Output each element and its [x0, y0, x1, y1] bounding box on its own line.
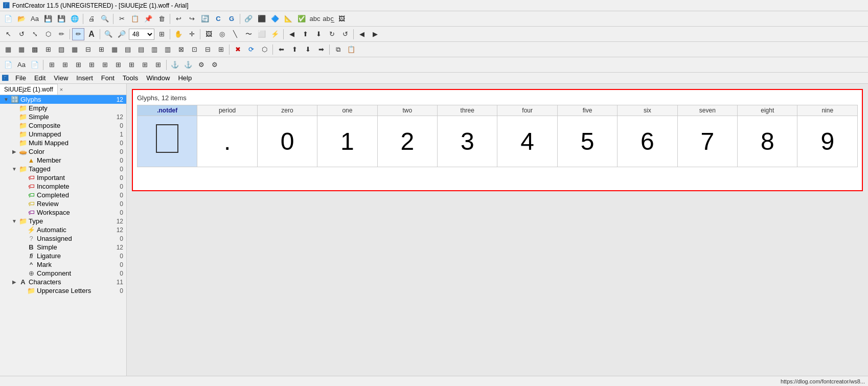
- free-btn[interactable]: ✏: [55, 28, 67, 40]
- find-btn[interactable]: 🔍: [99, 13, 111, 25]
- tree-node-simple[interactable]: 📁 Simple 12: [0, 112, 126, 121]
- curve-btn[interactable]: 〜: [242, 28, 255, 40]
- save-btn[interactable]: 💾: [42, 13, 54, 25]
- image-btn[interactable]: 🖼: [202, 28, 215, 40]
- glyph-header-four[interactable]: four: [497, 105, 557, 116]
- glyph-cell-zero[interactable]: 0: [257, 116, 317, 167]
- glyph-header-five[interactable]: five: [557, 105, 617, 116]
- hinting-btn[interactable]: 📐: [282, 13, 294, 25]
- grid1-btn[interactable]: ▦: [2, 43, 14, 56]
- new-btn[interactable]: 📄: [2, 13, 14, 25]
- fitpage-btn[interactable]: ⊞: [155, 28, 168, 40]
- tree-node-empty[interactable]: 📁 Empty: [0, 104, 126, 112]
- redo-btn[interactable]: ↪: [186, 13, 198, 25]
- tree-node-color[interactable]: ▶ 🥧 Color 0: [0, 147, 126, 156]
- glyph-header-six[interactable]: six: [618, 105, 677, 116]
- glyph-cell-six[interactable]: 6: [618, 116, 677, 167]
- bitmap-btn[interactable]: 🖼: [335, 13, 348, 25]
- font-btn[interactable]: Aa: [29, 13, 41, 25]
- glyph-header-three[interactable]: three: [438, 105, 497, 116]
- link-btn[interactable]: 🔗: [242, 13, 255, 25]
- pencil-btn[interactable]: ✏: [72, 28, 84, 40]
- expand-type[interactable]: ▼: [10, 218, 18, 224]
- tree-node-member[interactable]: ▲ Member 0: [0, 156, 126, 165]
- expand-characters[interactable]: ▶: [10, 279, 18, 285]
- tree-node-glyphs[interactable]: ▼ 🔡 Glyphs 12: [0, 95, 126, 104]
- arrow2-btn[interactable]: ⬆: [288, 43, 301, 56]
- save2-btn[interactable]: 💾: [55, 13, 67, 25]
- grid9-btn[interactable]: ▦: [108, 43, 121, 56]
- tree-node-tagged[interactable]: ▼ 📁 Tagged 0: [0, 165, 126, 173]
- glyph-cell-eight[interactable]: 8: [738, 116, 797, 167]
- crosshair-btn[interactable]: ✛: [186, 28, 198, 40]
- table4-btn[interactable]: ⊞: [85, 59, 98, 71]
- tree-node-type[interactable]: ▼ 📁 Type 12: [0, 217, 126, 225]
- zoom-combo[interactable]: 48122436487296: [129, 29, 154, 40]
- menu-view[interactable]: View: [50, 73, 72, 83]
- table5-btn[interactable]: ⊞: [99, 59, 111, 71]
- tree-node-completed[interactable]: 🏷 Completed 0: [0, 191, 126, 199]
- tree-node-important[interactable]: 🏷 Important 0: [0, 173, 126, 182]
- tree-node-ligature[interactable]: fi Ligature 0: [0, 252, 126, 260]
- refresh-btn[interactable]: 🔄: [199, 13, 211, 25]
- skew-btn[interactable]: ⬡: [42, 28, 54, 40]
- tree-node-review[interactable]: 🏷 Review 0: [0, 199, 126, 208]
- tree-node-automatic[interactable]: ⚡ Automatic 12: [0, 225, 126, 234]
- adv2-btn[interactable]: Aa: [15, 59, 28, 71]
- arrow1-btn[interactable]: ⬅: [275, 43, 287, 56]
- anchor2-btn[interactable]: ⚓: [182, 59, 194, 71]
- glyph-header-two[interactable]: two: [377, 105, 437, 116]
- grid5-btn[interactable]: ▧: [55, 43, 67, 56]
- anchor-btn[interactable]: ⚓: [169, 59, 181, 71]
- grid8-btn[interactable]: ⊞: [95, 43, 107, 56]
- grid15-btn[interactable]: ⊡: [188, 43, 200, 56]
- tree-node-simple2[interactable]: B Simple 12: [0, 243, 126, 252]
- tree-node-incomplete[interactable]: 🏷 Incomplete 0: [0, 182, 126, 191]
- kern-btn[interactable]: ⬛: [256, 13, 268, 25]
- flip-v-btn[interactable]: ⬆: [299, 28, 311, 40]
- spell-btn[interactable]: abc̲: [322, 13, 334, 25]
- menu-window[interactable]: Window: [142, 73, 174, 83]
- file-tab[interactable]: SiUUEjzE (1).woff: [0, 84, 58, 95]
- tree-node-unassigned[interactable]: ? Unassigned 0: [0, 234, 126, 243]
- grid12-btn[interactable]: ▥: [148, 43, 161, 56]
- menu-edit[interactable]: Edit: [30, 73, 50, 83]
- menu-insert[interactable]: Insert: [72, 73, 97, 83]
- copy-btn[interactable]: 📋: [129, 13, 141, 25]
- refresh2-btn[interactable]: ⟳: [245, 43, 257, 56]
- g-btn[interactable]: G: [225, 13, 238, 25]
- file-tab-close[interactable]: ×: [58, 85, 65, 94]
- saveweb-btn[interactable]: 🌐: [68, 13, 81, 25]
- expand-glyphs[interactable]: ▼: [2, 97, 10, 102]
- paste-btn[interactable]: 📌: [142, 13, 154, 25]
- grid4-btn[interactable]: ⊞: [42, 43, 54, 56]
- glyph-cell-seven[interactable]: 7: [677, 116, 737, 167]
- grid6-btn[interactable]: ▦: [68, 43, 81, 56]
- eraser-btn[interactable]: ⬜: [256, 28, 268, 40]
- rotate-ccw-btn[interactable]: ↺: [339, 28, 351, 40]
- rotate-cw-btn[interactable]: ↻: [326, 28, 338, 40]
- node-btn[interactable]: ⬡: [258, 43, 270, 56]
- zoomin-btn[interactable]: 🔍: [102, 28, 115, 40]
- next-btn[interactable]: ▶: [369, 28, 381, 40]
- tree-node-component[interactable]: ⊕ Component 0: [0, 269, 126, 278]
- grid14-btn[interactable]: ⊠: [175, 43, 187, 56]
- tree-node-mark[interactable]: ^ Mark 0: [0, 260, 126, 269]
- opentype-btn[interactable]: 🔷: [269, 13, 281, 25]
- table7-btn[interactable]: ⊞: [125, 59, 138, 71]
- eraser2-btn[interactable]: ✖: [232, 43, 244, 56]
- expand-tagged[interactable]: ▼: [10, 166, 18, 172]
- glyph-header-zero[interactable]: zero: [257, 105, 317, 116]
- glyph-header-eight[interactable]: eight: [738, 105, 797, 116]
- grid11-btn[interactable]: ▤: [135, 43, 147, 56]
- grid10-btn[interactable]: ▤: [122, 43, 134, 56]
- tree-node-uppercase[interactable]: 📁 Uppercase Letters 0: [0, 286, 126, 295]
- print-btn[interactable]: 🖨: [85, 13, 98, 25]
- c-btn[interactable]: C: [212, 13, 224, 25]
- table-btn[interactable]: ⊞: [45, 59, 58, 71]
- grid16-btn[interactable]: ⊟: [201, 43, 214, 56]
- menu-file[interactable]: File: [11, 73, 30, 83]
- select-btn[interactable]: ↖: [2, 28, 14, 40]
- adv-btn[interactable]: 📄: [2, 59, 14, 71]
- tree-node-composite[interactable]: 📁 Composite 0: [0, 121, 126, 130]
